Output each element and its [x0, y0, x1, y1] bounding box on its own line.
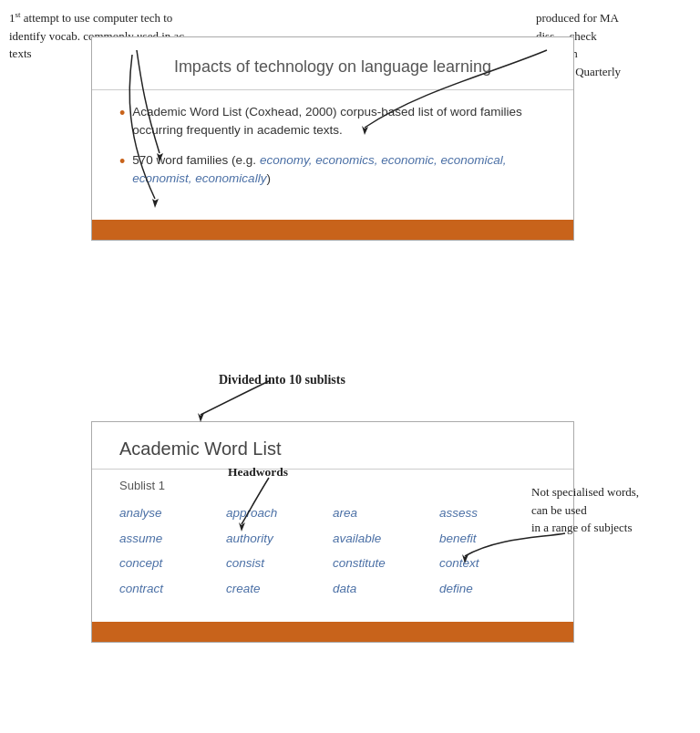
page-container: 1st attempt to use computer tech toident…: [0, 0, 700, 733]
word-assume: assume: [119, 527, 226, 551]
bullet-text-1: Academic Word List (Coxhead, 2000) corpu…: [132, 103, 546, 139]
word-benefit: benefit: [439, 527, 546, 551]
slide-bottom: Academic Word List Sublist 1 analyse app…: [91, 421, 574, 643]
word-contract: contract: [119, 577, 226, 601]
slide-top-footer: [92, 220, 573, 240]
annotation-bottom-center: Divided into 10 sublists: [219, 370, 345, 389]
slide-bottom-title: Academic Word List: [92, 422, 573, 470]
word-data: data: [333, 577, 439, 601]
slide-top: Impacts of technology on language learni…: [91, 36, 574, 241]
bullet-dot-1: •: [119, 103, 125, 124]
word-authority: authority: [226, 527, 333, 551]
slide-top-content: • Academic Word List (Coxhead, 2000) cor…: [92, 90, 573, 216]
word-analyse: analyse: [119, 501, 226, 525]
slide-bottom-footer: [92, 622, 573, 642]
word-assess: assess: [439, 501, 546, 525]
word-available: available: [333, 527, 439, 551]
word-create: create: [226, 577, 333, 601]
slide-top-title: Impacts of technology on language learni…: [92, 37, 573, 90]
word-approach: approach: [226, 501, 333, 525]
word-area: area: [333, 501, 439, 525]
bullet-item-2: • 570 word families (e.g. economy, econo…: [119, 151, 546, 187]
annotation-bottomright: Not specialised words, can be used in a …: [531, 483, 691, 537]
word-context: context: [439, 552, 546, 575]
slide-bottom-content: Sublist 1 analyse approach area assess a…: [92, 470, 573, 616]
bullet-text-2: 570 word families (e.g. economy, economi…: [132, 151, 546, 187]
sublist-label: Sublist 1: [119, 479, 546, 492]
word-constitute: constitute: [333, 552, 439, 575]
annotation-headwords: Headwords: [228, 463, 288, 481]
word-consist: consist: [226, 552, 333, 575]
bullet-item-1: • Academic Word List (Coxhead, 2000) cor…: [119, 103, 546, 139]
word-concept: concept: [119, 552, 226, 575]
word-grid: analyse approach area assess assume auth…: [119, 501, 546, 600]
word-define: define: [439, 577, 546, 601]
bullet-dot-2: •: [119, 151, 125, 172]
